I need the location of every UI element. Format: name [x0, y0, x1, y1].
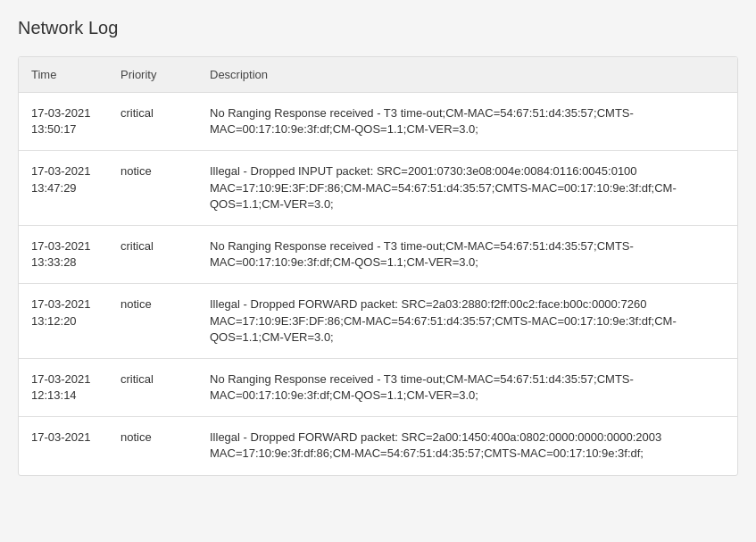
- cell-description: No Ranging Response received - T3 time-o…: [197, 358, 737, 416]
- col-priority: Priority: [108, 57, 197, 93]
- col-description: Description: [197, 57, 737, 93]
- table-row: 17-03-202113:12:20noticeIllegal - Droppe…: [19, 284, 737, 359]
- cell-time: 17-03-202113:50:17: [19, 93, 108, 151]
- cell-priority: critical: [108, 358, 197, 416]
- table-row: 17-03-202113:50:17criticalNo Ranging Res…: [19, 93, 737, 151]
- col-time: Time: [19, 57, 108, 93]
- cell-time: 17-03-2021: [19, 417, 108, 475]
- cell-time: 17-03-202113:47:29: [19, 151, 108, 226]
- cell-description: No Ranging Response received - T3 time-o…: [197, 225, 737, 283]
- cell-priority: notice: [108, 284, 197, 359]
- cell-time: 17-03-202113:12:20: [19, 284, 108, 359]
- network-log-table: Time Priority Description 17-03-202113:5…: [18, 56, 738, 476]
- cell-description: Illegal - Dropped FORWARD packet: SRC=2a…: [197, 417, 737, 475]
- cell-time: 17-03-202113:33:28: [19, 225, 108, 283]
- table-row: 17-03-202113:47:29noticeIllegal - Droppe…: [19, 151, 737, 226]
- cell-time: 17-03-202112:13:14: [19, 358, 108, 416]
- table-row: 17-03-202113:33:28criticalNo Ranging Res…: [19, 225, 737, 283]
- cell-priority: notice: [108, 417, 197, 475]
- page-title: Network Log: [18, 18, 738, 38]
- table-header-row: Time Priority Description: [19, 57, 737, 93]
- cell-description: No Ranging Response received - T3 time-o…: [197, 93, 737, 151]
- cell-priority: critical: [108, 225, 197, 283]
- cell-description: Illegal - Dropped FORWARD packet: SRC=2a…: [197, 284, 737, 359]
- cell-priority: notice: [108, 151, 197, 226]
- table-row: 17-03-202112:13:14criticalNo Ranging Res…: [19, 358, 737, 416]
- cell-priority: critical: [108, 93, 197, 151]
- table-scroll-area[interactable]: Time Priority Description 17-03-202113:5…: [19, 57, 737, 475]
- cell-description: Illegal - Dropped INPUT packet: SRC=2001…: [197, 151, 737, 226]
- table-row: 17-03-2021noticeIllegal - Dropped FORWAR…: [19, 417, 737, 475]
